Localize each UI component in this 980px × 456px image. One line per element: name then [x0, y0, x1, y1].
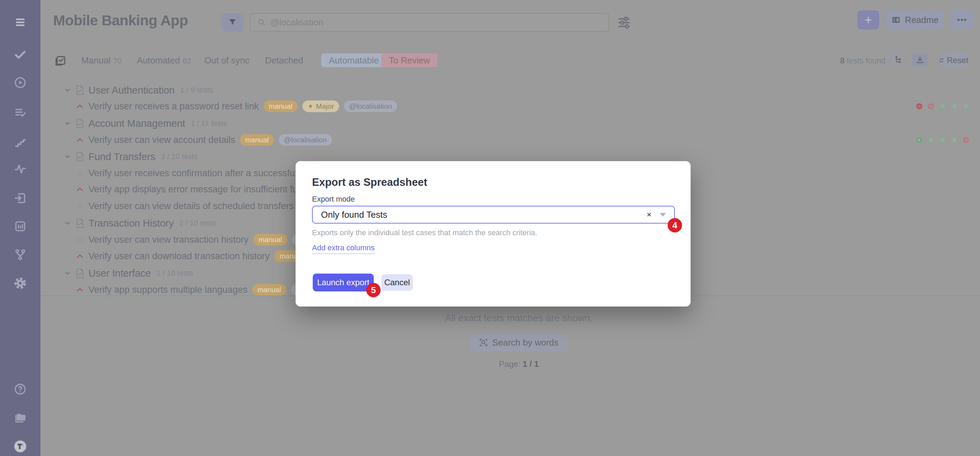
run-status-dots: − − ✓ ✓ ✓	[916, 103, 969, 110]
status-failed-dot[interactable]: −	[963, 137, 969, 143]
chevron-down-icon[interactable]	[64, 153, 71, 160]
section-title[interactable]: Account Management	[89, 118, 185, 129]
tests-found-count: 8tests found	[802, 56, 885, 65]
gear-icon[interactable]	[13, 276, 27, 291]
add-button[interactable]: +	[857, 10, 879, 30]
test-name[interactable]: Verify app supports multiple languages	[89, 284, 248, 295]
step-marker-5: 5	[366, 283, 380, 297]
reset-button[interactable]: Reset	[939, 52, 968, 68]
step-marker-4: 4	[668, 218, 682, 232]
help-icon[interactable]	[13, 382, 27, 396]
export-mode-select[interactable]: Only found Tests ×	[312, 206, 675, 224]
chevron-down-icon[interactable]	[64, 86, 71, 94]
book-icon	[891, 15, 901, 25]
suite-doc-icon	[75, 268, 84, 278]
tree-view-button[interactable]	[890, 52, 906, 68]
status-passed-dot[interactable]: ✓	[916, 137, 923, 143]
launch-export-button[interactable]: Launch export	[313, 273, 374, 291]
status-passed-dot[interactable]: ✓	[928, 137, 934, 143]
tests-check-icon[interactable]	[13, 47, 27, 62]
test-name[interactable]: Verify user can download transaction his…	[89, 251, 269, 262]
logo[interactable]	[13, 439, 27, 454]
tab-out-of-sync[interactable]: Out of sync	[204, 55, 250, 66]
search-icon	[258, 18, 266, 26]
test-name[interactable]: Verify user can view account details	[89, 135, 235, 145]
reset-label: Reset	[947, 56, 968, 65]
plus-icon: +	[864, 13, 872, 27]
chevron-down-icon[interactable]	[64, 219, 71, 227]
section-count: 3 / 10 tests	[161, 152, 198, 161]
flame-icon	[307, 103, 313, 110]
folders-icon[interactable]	[13, 410, 27, 425]
funnel-icon	[228, 18, 237, 27]
menu-icon[interactable]	[13, 15, 27, 30]
scan-search-icon	[479, 338, 488, 347]
test-name[interactable]: Verify user can view transaction history	[89, 235, 248, 245]
add-extra-columns-link[interactable]: Add extra columns	[312, 243, 374, 254]
section-title[interactable]: Fund Transfers	[89, 151, 155, 162]
clear-icon[interactable]: ×	[641, 210, 657, 219]
section-row-account-management[interactable]: Account Management 1 / 11 tests	[64, 115, 980, 132]
export-modal: Export as Spreadsheet Export mode Only f…	[296, 161, 690, 307]
more-options-button[interactable]: •••	[950, 10, 974, 30]
steps-icon[interactable]	[13, 135, 27, 149]
test-row[interactable]: Verify user can view account details man…	[76, 132, 980, 148]
badge-manual[interactable]: manual	[253, 234, 287, 245]
test-name[interactable]: Verify user receives a password reset li…	[89, 101, 259, 112]
chevron-down-icon[interactable]	[64, 120, 71, 127]
bar-chart-icon[interactable]	[13, 219, 27, 234]
badge-manual[interactable]: manual	[264, 100, 298, 112]
section-title[interactable]: User Interface	[89, 268, 151, 279]
pulse-icon[interactable]	[13, 162, 27, 176]
readme-button[interactable]: Readme	[886, 10, 943, 30]
play-circle-icon[interactable]	[13, 75, 27, 90]
git-branch-icon[interactable]	[13, 247, 27, 262]
search-by-words-button[interactable]: Search by words	[470, 334, 568, 351]
caret-up-icon	[76, 138, 84, 142]
download-button[interactable]	[912, 53, 928, 67]
test-name[interactable]: Verify user can view details of schedule…	[89, 201, 294, 211]
tab-detached[interactable]: Detached	[265, 55, 303, 66]
refresh-icon	[939, 57, 944, 64]
filter-badge-automatable[interactable]: Automatable	[321, 54, 387, 67]
section-title[interactable]: User Authentication	[89, 85, 175, 96]
test-name[interactable]: Verify user receives confirmation after …	[89, 168, 310, 179]
search-input[interactable]	[270, 17, 602, 28]
badge-major[interactable]: Major	[302, 100, 339, 112]
import-icon[interactable]	[13, 191, 27, 205]
select-tests-icon[interactable]	[54, 54, 67, 67]
section-row-user-authentication[interactable]: User Authentication 1 / 9 tests	[64, 82, 980, 99]
results-message: All exact tests matches are shown.	[57, 313, 980, 324]
tab-automated[interactable]: Automated62	[137, 55, 191, 66]
status-passed-dot[interactable]: ✓	[951, 103, 958, 110]
circle-icon	[76, 170, 84, 176]
list-check-icon[interactable]	[13, 105, 27, 120]
suite-doc-icon	[75, 85, 84, 95]
status-passed-dot[interactable]: ✓	[940, 137, 946, 143]
badge-manual[interactable]: manual	[252, 284, 286, 296]
status-failed-dot[interactable]: −	[916, 103, 923, 110]
section-title[interactable]: Transaction History	[89, 218, 174, 229]
tab-manual[interactable]: Manual70	[81, 55, 122, 66]
caret-up-icon	[76, 104, 84, 109]
filter-badge-to-review[interactable]: To Review	[381, 54, 438, 67]
status-passed-dot[interactable]: ✓	[940, 103, 946, 110]
test-row[interactable]: Verify user receives a password reset li…	[76, 98, 980, 114]
chevron-down-icon[interactable]	[64, 270, 71, 277]
adjustments-icon[interactable]	[617, 15, 632, 30]
chevron-down-icon[interactable]	[660, 213, 666, 217]
page-title: Mobile Banking App	[53, 12, 188, 29]
status-passed-dot[interactable]: ✓	[951, 137, 958, 143]
run-status-dots: ✓ ✓ ✓ ✓ −	[916, 137, 969, 143]
badge-tag[interactable]: @localisation	[279, 134, 332, 146]
search-box[interactable]	[250, 13, 609, 32]
test-name[interactable]: Verify app displays error message for in…	[89, 184, 313, 195]
status-passed-dot[interactable]: ✓	[963, 103, 969, 110]
status-failed-dot[interactable]: −	[928, 103, 934, 110]
filter-button[interactable]	[221, 13, 244, 32]
cancel-button[interactable]: Cancel	[381, 274, 413, 291]
badge-manual[interactable]: manual	[240, 134, 274, 146]
caret-up-icon	[76, 254, 84, 259]
section-count: 1 / 9 tests	[180, 86, 213, 95]
badge-tag[interactable]: @localisation	[344, 100, 397, 112]
